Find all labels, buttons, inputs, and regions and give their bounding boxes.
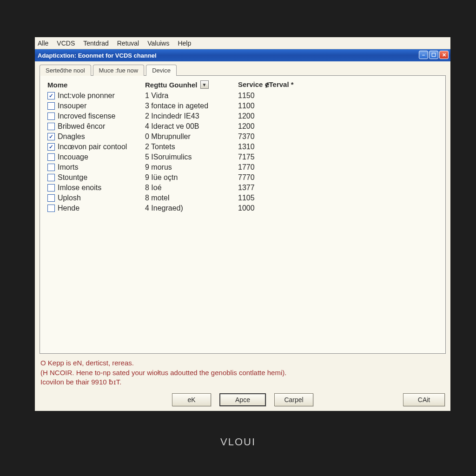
table-row[interactable]: Bribwed êncor4 Ideract ve 00B1200 xyxy=(40,121,445,132)
checkbox[interactable] xyxy=(47,194,55,202)
menu-item[interactable]: Alle xyxy=(38,40,48,47)
checkbox[interactable] xyxy=(47,184,55,192)
menu-item[interactable]: Tentdrad xyxy=(83,40,108,47)
table-row[interactable]: Incroved fiscense2 Incindedr IE431200 xyxy=(40,111,445,121)
checkbox[interactable] xyxy=(47,205,55,212)
row-service: 1310 xyxy=(233,143,440,151)
minimize-button[interactable]: – xyxy=(419,51,428,59)
table-row[interactable]: Insouper3 fontace in ageted1100 xyxy=(40,101,445,111)
row-service: 1000 xyxy=(233,204,440,212)
table-row[interactable]: Uplosh8 motel1105 xyxy=(40,193,445,203)
row-service: 1105 xyxy=(233,194,440,202)
row-service: 7370 xyxy=(233,132,440,141)
list-panel: Mome Regttu Gounhel ▼ Service ɇTerval * … xyxy=(40,75,446,354)
row-channel: 1 Vidra xyxy=(145,92,233,100)
menu-item[interactable]: Valuiws xyxy=(147,40,169,47)
row-service: 7175 xyxy=(233,153,440,161)
tab-item[interactable]: Muce :fue now xyxy=(93,65,145,76)
ok-button[interactable]: eK xyxy=(172,393,211,406)
checkbox[interactable] xyxy=(47,143,55,151)
row-name: Imorts xyxy=(58,163,78,172)
checkbox[interactable] xyxy=(47,153,55,161)
list-header: Mome Regttu Gounhel ▼ Service ɇTerval * xyxy=(40,80,445,91)
window-title: Adapticxtion: Eoonmet for VCDS channel xyxy=(38,52,157,59)
checkbox[interactable] xyxy=(47,102,55,110)
titlebar: Adapticxtion: Eoonmet for VCDS channel –… xyxy=(35,49,450,61)
menubar: Alle VCDS Tentdrad Retuval Valuiws Help xyxy=(35,37,450,49)
table-row[interactable]: Inct:vole pnonner1 Vidra1150 xyxy=(40,91,445,101)
rows-container: Inct:vole pnonner1 Vidra1150Insouper3 fo… xyxy=(40,91,445,351)
row-service: 1150 xyxy=(233,92,440,100)
window-controls: – ☐ ✕ xyxy=(419,51,449,59)
button-bar: eK Apce Carpel CAit xyxy=(40,393,446,406)
maximize-button[interactable]: ☐ xyxy=(429,51,438,59)
row-service: 1200 xyxy=(233,112,440,120)
row-channel: 4 Inegraed) xyxy=(145,204,233,212)
row-name: Uplosh xyxy=(58,194,81,202)
row-name: Incroved fiscense xyxy=(58,112,116,120)
row-channel: 2 Incindedr IE43 xyxy=(145,112,233,120)
table-row[interactable]: Stountge9 Iüe oçtn7770 xyxy=(40,172,445,183)
row-service: 1100 xyxy=(233,102,440,110)
col-header-channel[interactable]: Regttu Gounhel ▼ xyxy=(145,80,233,89)
status-line: (H NCOIR. Hene to-np sated your wiołtus … xyxy=(40,368,445,377)
row-channel: 3 fontace in ageted xyxy=(145,102,233,110)
status-line: O Kepp is eN, derticst, rereas. xyxy=(40,358,445,368)
menu-item[interactable]: VCDS xyxy=(57,40,75,47)
row-name: Inct:vole pnonner xyxy=(58,92,115,100)
table-row[interactable]: Incœvon pair contool2 Tontets1310 xyxy=(40,142,445,152)
row-channel: 4 Ideract ve 00B xyxy=(145,122,233,131)
checkbox[interactable] xyxy=(47,112,55,120)
laptop-frame: Alle VCDS Tentdrad Retuval Valuiws Help … xyxy=(0,0,476,476)
row-name: Insouper xyxy=(58,102,86,110)
checkbox[interactable] xyxy=(47,174,55,181)
row-service: 1770 xyxy=(233,163,440,172)
row-name: Incœvon pair contool xyxy=(58,143,127,151)
row-channel: 9 Iüe oçtn xyxy=(145,173,233,182)
laptop-brand: VLOUI xyxy=(0,436,476,448)
tab-item[interactable]: Serteőthe nool xyxy=(40,65,91,76)
tab-item[interactable]: Device xyxy=(146,65,177,76)
table-row[interactable]: Imlose enoits8 Ioé1377 xyxy=(40,183,445,193)
col-header-name[interactable]: Mome xyxy=(47,81,145,89)
row-service: 1377 xyxy=(233,184,440,192)
row-channel: 2 Tontets xyxy=(145,143,233,151)
checkbox[interactable] xyxy=(47,123,55,130)
dropdown-icon[interactable]: ▼ xyxy=(200,80,209,89)
row-channel: 8 motel xyxy=(145,194,233,202)
apply-button[interactable]: Apce xyxy=(219,393,266,406)
menu-item[interactable]: Retuval xyxy=(117,40,139,47)
checkbox[interactable] xyxy=(47,92,55,99)
checkbox[interactable] xyxy=(47,164,55,171)
row-channel: 8 Ioé xyxy=(145,184,233,192)
table-row[interactable]: Imorts9 morus1770 xyxy=(40,162,445,172)
tab-strip: Serteőthe nool Muce :fue now Device xyxy=(40,64,446,75)
row-name: Dnagles xyxy=(58,132,85,141)
cait-button[interactable]: CAit xyxy=(403,393,445,406)
window: Adapticxtion: Eoonmet for VCDS channel –… xyxy=(35,49,450,411)
row-name: Bribwed êncor xyxy=(58,122,105,131)
table-row[interactable]: Incouage5 ISoruimulics7175 xyxy=(40,152,445,162)
window-body: Serteőthe nool Muce :fue now Device Mome… xyxy=(35,61,450,411)
cancel-button[interactable]: Carpel xyxy=(274,393,313,406)
row-channel: 9 morus xyxy=(145,163,233,172)
row-service: 1200 xyxy=(233,122,440,131)
status-text: O Kepp is eN, derticst, rereas. (H NCOIR… xyxy=(40,357,446,389)
row-channel: 5 ISoruimulics xyxy=(145,153,233,161)
table-row[interactable]: Hende4 Inegraed)1000 xyxy=(40,203,445,213)
menu-item[interactable]: Help xyxy=(178,40,191,47)
checkbox[interactable] xyxy=(47,133,55,140)
close-button[interactable]: ✕ xyxy=(439,51,449,59)
row-name: Stountge xyxy=(58,173,87,182)
table-row[interactable]: Dnagles0 Mbrupnuller7370 xyxy=(40,132,445,142)
row-name: Hende xyxy=(58,204,79,212)
col-header-service[interactable]: Service ɇTerval * xyxy=(233,80,440,89)
row-channel: 0 Mbrupnuller xyxy=(145,132,233,141)
row-name: Imlose enoits xyxy=(58,184,101,192)
screen-area: Alle VCDS Tentdrad Retuval Valuiws Help … xyxy=(35,37,450,411)
status-line: Icovilon be thair 9910 ƀɪT. xyxy=(40,377,445,387)
row-service: 7770 xyxy=(233,173,440,182)
row-name: Incouage xyxy=(58,153,88,161)
